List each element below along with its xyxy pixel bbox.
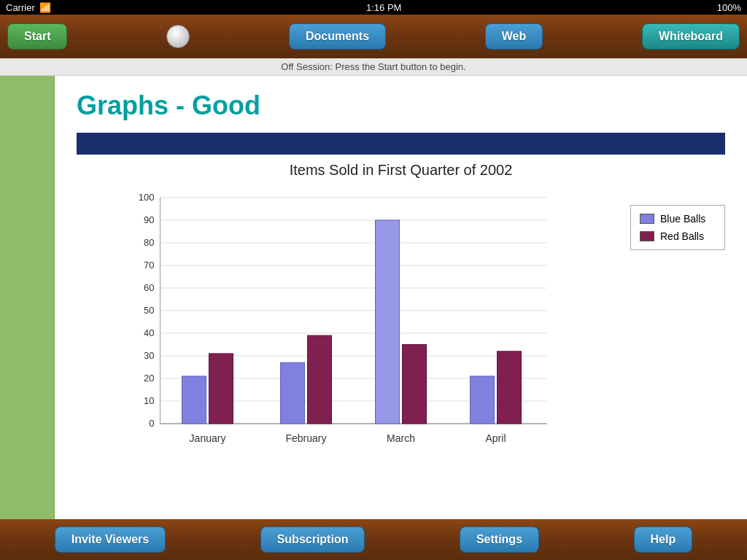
march-label: March bbox=[387, 432, 415, 444]
svg-text:40: 40 bbox=[144, 327, 154, 338]
svg-text:80: 80 bbox=[144, 237, 154, 248]
session-bar: Off Session: Press the Start button to b… bbox=[0, 58, 747, 76]
march-blue-bar bbox=[376, 220, 400, 424]
page-title: Graphs - Good bbox=[77, 90, 725, 121]
carrier-label: Carrier bbox=[6, 2, 35, 13]
legend-item-red: Red Balls bbox=[640, 230, 716, 242]
status-bar: Carrier 📶 1:16 PM 100% bbox=[0, 0, 747, 15]
center-circle-icon bbox=[166, 25, 190, 48]
red-swatch bbox=[640, 231, 654, 241]
january-red-bar bbox=[209, 354, 233, 424]
session-message: Off Session: Press the Start button to b… bbox=[281, 61, 465, 72]
bar-chart-svg: 0 10 20 30 40 50 60 70 80 90 100 bbox=[77, 190, 623, 453]
documents-button[interactable]: Documents bbox=[289, 23, 386, 50]
bottom-nav: Invite Viewers Subscription Settings Hel… bbox=[0, 519, 747, 560]
top-nav: Start Documents Web Whiteboard bbox=[0, 15, 747, 58]
settings-button[interactable]: Settings bbox=[460, 526, 539, 553]
chart-container: 0 10 20 30 40 50 60 70 80 90 100 bbox=[77, 190, 725, 456]
svg-text:0: 0 bbox=[149, 418, 154, 429]
left-sidebar bbox=[0, 76, 55, 519]
svg-text:90: 90 bbox=[144, 214, 154, 225]
red-balls-label: Red Balls bbox=[660, 230, 704, 242]
february-blue-bar bbox=[281, 362, 305, 424]
blue-swatch bbox=[640, 214, 654, 224]
blue-header-bar bbox=[77, 133, 725, 155]
svg-text:50: 50 bbox=[144, 305, 154, 316]
content-area: Graphs - Good Items Sold in First Quarte… bbox=[55, 76, 747, 519]
svg-text:30: 30 bbox=[144, 350, 154, 361]
status-bar-left: Carrier 📶 bbox=[6, 2, 51, 13]
january-label: January bbox=[190, 432, 226, 444]
march-red-bar bbox=[403, 345, 427, 424]
wifi-icon: 📶 bbox=[39, 2, 51, 13]
blue-balls-label: Blue Balls bbox=[660, 213, 705, 225]
battery-label: 100% bbox=[717, 2, 741, 13]
invite-viewers-button[interactable]: Invite Viewers bbox=[55, 526, 166, 553]
status-bar-right: 100% bbox=[717, 2, 741, 13]
svg-text:20: 20 bbox=[144, 373, 154, 384]
april-blue-bar bbox=[471, 376, 495, 424]
subscription-button[interactable]: Subscription bbox=[260, 526, 365, 553]
chart-area: 0 10 20 30 40 50 60 70 80 90 100 bbox=[77, 190, 623, 456]
svg-text:70: 70 bbox=[144, 260, 154, 271]
web-button[interactable]: Web bbox=[485, 23, 543, 50]
whiteboard-button[interactable]: Whiteboard bbox=[642, 23, 740, 50]
january-blue-bar bbox=[182, 376, 206, 424]
chart-title: Items Sold in First Quarter of 2002 bbox=[77, 162, 725, 179]
legend-item-blue: Blue Balls bbox=[640, 213, 716, 225]
svg-text:60: 60 bbox=[144, 282, 154, 293]
april-label: April bbox=[485, 432, 506, 444]
february-label: February bbox=[285, 432, 326, 444]
start-button[interactable]: Start bbox=[7, 23, 67, 50]
february-red-bar bbox=[308, 335, 332, 424]
time-label: 1:16 PM bbox=[366, 2, 401, 13]
svg-text:100: 100 bbox=[139, 192, 155, 203]
svg-text:10: 10 bbox=[144, 395, 154, 406]
chart-legend: Blue Balls Red Balls bbox=[630, 205, 725, 250]
april-red-bar bbox=[498, 351, 522, 424]
help-button[interactable]: Help bbox=[634, 526, 693, 553]
main-content: Graphs - Good Items Sold in First Quarte… bbox=[0, 76, 747, 519]
